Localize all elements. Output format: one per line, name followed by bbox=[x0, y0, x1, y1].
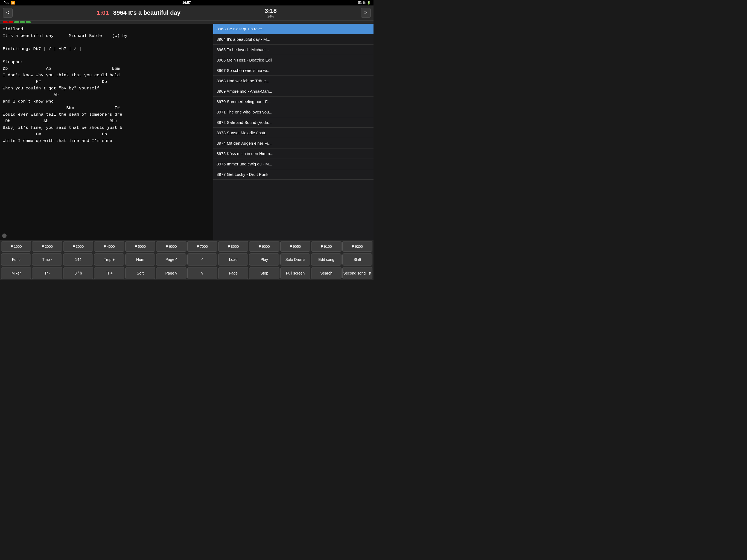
total-time: 3:18 bbox=[265, 7, 277, 15]
song-list-item-8976[interactable]: 8976 Immer und ewig du - M... bbox=[213, 159, 374, 169]
song-text: Midiland It's a beautiful day Michael Bu… bbox=[3, 26, 210, 144]
song-list-item-8974[interactable]: 8974 Mit den Augen einer Fr... bbox=[213, 138, 374, 149]
header-right: 3:18 24% bbox=[265, 7, 277, 18]
song-list-item-8977[interactable]: 8977 Get Lucky - Druft Punk bbox=[213, 169, 374, 180]
ctrl2-button-page-v[interactable]: Page v bbox=[156, 267, 186, 279]
fn-button-f9050[interactable]: F 9050 bbox=[280, 241, 310, 252]
ctrl-row-2: MixerTr -0 / bTr +SortPage vvFadeStopFul… bbox=[0, 266, 374, 280]
song-list-item-8972[interactable]: 8972 Safe and Sound (Voda... bbox=[213, 117, 374, 128]
progress-segment-2 bbox=[14, 21, 19, 23]
ctrl1-button-num[interactable]: Num bbox=[125, 253, 155, 265]
song-title: 8964 It's a beautiful day bbox=[113, 9, 180, 17]
main-content: Midiland It's a beautiful day Michael Bu… bbox=[0, 24, 374, 240]
battery-label: 53 % bbox=[358, 1, 366, 5]
progress-segment-4 bbox=[26, 21, 31, 23]
status-time: 16:57 bbox=[182, 1, 191, 5]
scroll-indicator bbox=[2, 233, 6, 238]
song-list-item-8973[interactable]: 8973 Sunset Melodie (instr... bbox=[213, 128, 374, 138]
ctrl2-button-second-song-list[interactable]: Second song list bbox=[342, 267, 372, 279]
ctrl1-button-tmp-+[interactable]: Tmp + bbox=[94, 253, 124, 265]
ctrl1-button-^[interactable]: ^ bbox=[187, 253, 217, 265]
battery-icon: 🔋 bbox=[367, 1, 371, 5]
status-left: iPad 📶 bbox=[3, 1, 15, 5]
wifi-icon: 📶 bbox=[11, 1, 15, 5]
ctrl1-button-load[interactable]: Load bbox=[218, 253, 248, 265]
ctrl2-button-v[interactable]: v bbox=[187, 267, 217, 279]
ctrl-row-1: FuncTmp -144Tmp +NumPage ^^LoadPlaySolo … bbox=[0, 253, 374, 266]
song-sheet[interactable]: Midiland It's a beautiful day Michael Bu… bbox=[0, 24, 213, 240]
progress-bar-row bbox=[0, 21, 374, 24]
song-list-item-8967[interactable]: 8967 So schön wird's nie wi... bbox=[213, 65, 374, 76]
ctrl1-button-solo-drums[interactable]: Solo Drums bbox=[280, 253, 310, 265]
fn-button-f9200[interactable]: F 9200 bbox=[342, 241, 372, 252]
ctrl2-button-search[interactable]: Search bbox=[311, 267, 341, 279]
fn-button-f6000[interactable]: F 6000 bbox=[156, 241, 186, 252]
song-list-item-8975[interactable]: 8975 Küss mich in den Himm... bbox=[213, 149, 374, 159]
progress-segment-1 bbox=[8, 21, 14, 23]
ctrl1-button-shift[interactable]: Shift bbox=[342, 253, 372, 265]
prev-button[interactable]: < bbox=[3, 8, 12, 18]
song-list-item-8966[interactable]: 8966 Mein Herz - Beatrice Egli bbox=[213, 55, 374, 65]
fn-button-f9100[interactable]: F 9100 bbox=[311, 241, 341, 252]
progress-percent: 24% bbox=[267, 15, 274, 18]
song-list-item-8964[interactable]: 8964 It's a beautiful day - M... bbox=[213, 34, 374, 45]
ctrl1-button-tmp--[interactable]: Tmp - bbox=[32, 253, 62, 265]
fn-row: F 1000F 2000F 3000F 4000F 5000F 6000F 70… bbox=[0, 240, 374, 253]
song-list-item-8968[interactable]: 8968 Und wär ich ne Träne... bbox=[213, 76, 374, 86]
ctrl1-button-play[interactable]: Play bbox=[249, 253, 279, 265]
fn-button-f4000[interactable]: F 4000 bbox=[94, 241, 124, 252]
fn-button-f2000[interactable]: F 2000 bbox=[32, 241, 62, 252]
song-list-item-8970[interactable]: 8970 Summerfeeling pur - F... bbox=[213, 97, 374, 107]
song-list-item-8965[interactable]: 8965 To be loved - Michael... bbox=[213, 45, 374, 55]
fn-button-f8000[interactable]: F 8000 bbox=[218, 241, 248, 252]
ctrl2-button-0-/-b[interactable]: 0 / b bbox=[63, 267, 93, 279]
header-center: 1:01 8964 It's a beautiful day bbox=[97, 9, 180, 17]
song-list-item-8969[interactable]: 8969 Amore mio - Anna-Mari... bbox=[213, 86, 374, 97]
ctrl2-button-tr-+[interactable]: Tr + bbox=[94, 267, 124, 279]
song-list-item-8971[interactable]: 8971 The one who loves you... bbox=[213, 107, 374, 117]
status-right: 53 % 🔋 bbox=[358, 1, 371, 5]
ctrl2-button-fade[interactable]: Fade bbox=[218, 267, 248, 279]
progress-segment-0 bbox=[3, 21, 8, 23]
fn-button-f9000[interactable]: F 9000 bbox=[249, 241, 279, 252]
ctrl1-button-func[interactable]: Func bbox=[1, 253, 31, 265]
status-bar: iPad 📶 16:57 53 % 🔋 bbox=[0, 0, 374, 5]
fn-button-f5000[interactable]: F 5000 bbox=[125, 241, 155, 252]
ipad-label: iPad bbox=[3, 1, 9, 5]
ctrl1-button-page-^[interactable]: Page ^ bbox=[156, 253, 186, 265]
header-bar: < 1:01 8964 It's a beautiful day 3:18 24… bbox=[0, 5, 374, 21]
song-list[interactable]: 8963 Ce n'est qu'un reve...8964 It's a b… bbox=[213, 24, 374, 240]
next-button[interactable]: > bbox=[361, 8, 371, 18]
progress-segment-3 bbox=[20, 21, 25, 23]
ctrl2-button-stop[interactable]: Stop bbox=[249, 267, 279, 279]
ctrl2-button-sort[interactable]: Sort bbox=[125, 267, 155, 279]
ctrl2-button-tr--[interactable]: Tr - bbox=[32, 267, 62, 279]
ctrl2-button-full-screen[interactable]: Full screen bbox=[280, 267, 310, 279]
song-list-item-8963[interactable]: 8963 Ce n'est qu'un reve... bbox=[213, 24, 374, 34]
fn-button-f7000[interactable]: F 7000 bbox=[187, 241, 217, 252]
current-time: 1:01 bbox=[97, 9, 109, 17]
fn-button-f1000[interactable]: F 1000 bbox=[1, 241, 31, 252]
ctrl1-button-144[interactable]: 144 bbox=[63, 253, 93, 265]
fn-button-f3000[interactable]: F 3000 bbox=[63, 241, 93, 252]
ctrl2-button-mixer[interactable]: Mixer bbox=[1, 267, 31, 279]
ctrl1-button-edit-song[interactable]: Edit song bbox=[311, 253, 341, 265]
